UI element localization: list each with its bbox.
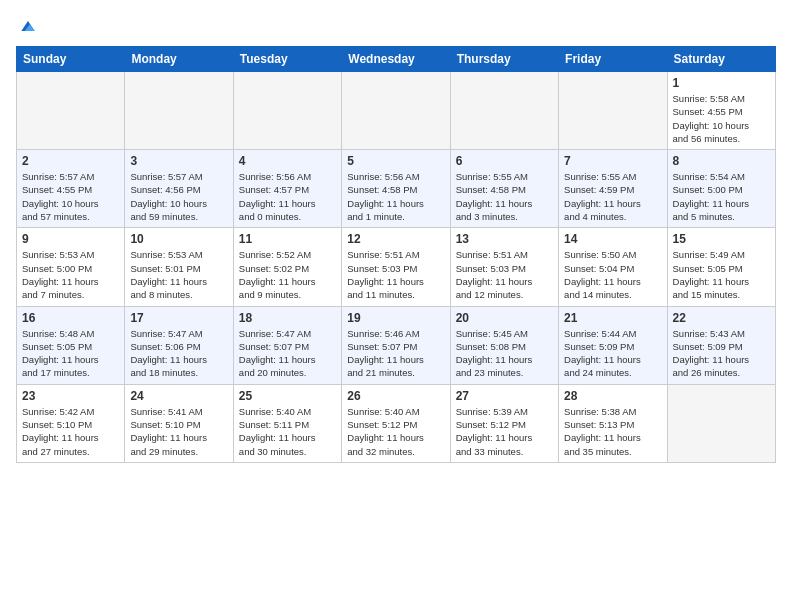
calendar-cell: 13Sunrise: 5:51 AM Sunset: 5:03 PM Dayli… <box>450 228 558 306</box>
calendar-header-friday: Friday <box>559 47 667 72</box>
calendar-cell: 10Sunrise: 5:53 AM Sunset: 5:01 PM Dayli… <box>125 228 233 306</box>
day-number: 8 <box>673 154 770 168</box>
calendar-cell: 11Sunrise: 5:52 AM Sunset: 5:02 PM Dayli… <box>233 228 341 306</box>
day-number: 11 <box>239 232 336 246</box>
day-info: Sunrise: 5:51 AM Sunset: 5:03 PM Dayligh… <box>347 248 444 301</box>
calendar-cell <box>233 72 341 150</box>
day-number: 22 <box>673 311 770 325</box>
page: SundayMondayTuesdayWednesdayThursdayFrid… <box>0 0 792 612</box>
calendar-cell: 23Sunrise: 5:42 AM Sunset: 5:10 PM Dayli… <box>17 384 125 462</box>
day-info: Sunrise: 5:40 AM Sunset: 5:12 PM Dayligh… <box>347 405 444 458</box>
calendar-header-monday: Monday <box>125 47 233 72</box>
calendar-week-4: 16Sunrise: 5:48 AM Sunset: 5:05 PM Dayli… <box>17 306 776 384</box>
day-number: 25 <box>239 389 336 403</box>
logo <box>16 16 38 36</box>
day-info: Sunrise: 5:42 AM Sunset: 5:10 PM Dayligh… <box>22 405 119 458</box>
calendar-cell: 19Sunrise: 5:46 AM Sunset: 5:07 PM Dayli… <box>342 306 450 384</box>
day-number: 6 <box>456 154 553 168</box>
day-info: Sunrise: 5:53 AM Sunset: 5:01 PM Dayligh… <box>130 248 227 301</box>
day-info: Sunrise: 5:50 AM Sunset: 5:04 PM Dayligh… <box>564 248 661 301</box>
calendar-cell: 3Sunrise: 5:57 AM Sunset: 4:56 PM Daylig… <box>125 150 233 228</box>
day-info: Sunrise: 5:38 AM Sunset: 5:13 PM Dayligh… <box>564 405 661 458</box>
calendar-cell: 21Sunrise: 5:44 AM Sunset: 5:09 PM Dayli… <box>559 306 667 384</box>
day-number: 15 <box>673 232 770 246</box>
day-info: Sunrise: 5:56 AM Sunset: 4:57 PM Dayligh… <box>239 170 336 223</box>
calendar-header-thursday: Thursday <box>450 47 558 72</box>
day-info: Sunrise: 5:51 AM Sunset: 5:03 PM Dayligh… <box>456 248 553 301</box>
calendar-cell <box>667 384 775 462</box>
day-number: 20 <box>456 311 553 325</box>
calendar-header-saturday: Saturday <box>667 47 775 72</box>
calendar-cell: 15Sunrise: 5:49 AM Sunset: 5:05 PM Dayli… <box>667 228 775 306</box>
day-info: Sunrise: 5:39 AM Sunset: 5:12 PM Dayligh… <box>456 405 553 458</box>
day-info: Sunrise: 5:46 AM Sunset: 5:07 PM Dayligh… <box>347 327 444 380</box>
day-info: Sunrise: 5:48 AM Sunset: 5:05 PM Dayligh… <box>22 327 119 380</box>
day-number: 4 <box>239 154 336 168</box>
day-number: 7 <box>564 154 661 168</box>
day-number: 3 <box>130 154 227 168</box>
calendar-cell: 28Sunrise: 5:38 AM Sunset: 5:13 PM Dayli… <box>559 384 667 462</box>
day-info: Sunrise: 5:55 AM Sunset: 4:59 PM Dayligh… <box>564 170 661 223</box>
day-number: 18 <box>239 311 336 325</box>
calendar-cell: 5Sunrise: 5:56 AM Sunset: 4:58 PM Daylig… <box>342 150 450 228</box>
day-info: Sunrise: 5:57 AM Sunset: 4:56 PM Dayligh… <box>130 170 227 223</box>
calendar-cell: 4Sunrise: 5:56 AM Sunset: 4:57 PM Daylig… <box>233 150 341 228</box>
calendar-cell: 17Sunrise: 5:47 AM Sunset: 5:06 PM Dayli… <box>125 306 233 384</box>
header <box>16 16 776 36</box>
calendar-cell <box>125 72 233 150</box>
calendar-header-row: SundayMondayTuesdayWednesdayThursdayFrid… <box>17 47 776 72</box>
calendar-week-1: 1Sunrise: 5:58 AM Sunset: 4:55 PM Daylig… <box>17 72 776 150</box>
day-number: 21 <box>564 311 661 325</box>
calendar-cell: 24Sunrise: 5:41 AM Sunset: 5:10 PM Dayli… <box>125 384 233 462</box>
day-number: 17 <box>130 311 227 325</box>
calendar-cell: 16Sunrise: 5:48 AM Sunset: 5:05 PM Dayli… <box>17 306 125 384</box>
calendar-week-2: 2Sunrise: 5:57 AM Sunset: 4:55 PM Daylig… <box>17 150 776 228</box>
calendar-cell: 25Sunrise: 5:40 AM Sunset: 5:11 PM Dayli… <box>233 384 341 462</box>
day-info: Sunrise: 5:52 AM Sunset: 5:02 PM Dayligh… <box>239 248 336 301</box>
calendar-cell <box>559 72 667 150</box>
calendar-cell: 6Sunrise: 5:55 AM Sunset: 4:58 PM Daylig… <box>450 150 558 228</box>
logo-icon <box>18 16 38 36</box>
calendar-cell <box>17 72 125 150</box>
calendar-week-3: 9Sunrise: 5:53 AM Sunset: 5:00 PM Daylig… <box>17 228 776 306</box>
day-info: Sunrise: 5:44 AM Sunset: 5:09 PM Dayligh… <box>564 327 661 380</box>
calendar-cell <box>450 72 558 150</box>
day-info: Sunrise: 5:56 AM Sunset: 4:58 PM Dayligh… <box>347 170 444 223</box>
day-number: 5 <box>347 154 444 168</box>
day-info: Sunrise: 5:49 AM Sunset: 5:05 PM Dayligh… <box>673 248 770 301</box>
day-info: Sunrise: 5:58 AM Sunset: 4:55 PM Dayligh… <box>673 92 770 145</box>
calendar-cell <box>342 72 450 150</box>
calendar-week-5: 23Sunrise: 5:42 AM Sunset: 5:10 PM Dayli… <box>17 384 776 462</box>
day-info: Sunrise: 5:47 AM Sunset: 5:07 PM Dayligh… <box>239 327 336 380</box>
calendar-cell: 2Sunrise: 5:57 AM Sunset: 4:55 PM Daylig… <box>17 150 125 228</box>
day-info: Sunrise: 5:57 AM Sunset: 4:55 PM Dayligh… <box>22 170 119 223</box>
day-info: Sunrise: 5:41 AM Sunset: 5:10 PM Dayligh… <box>130 405 227 458</box>
day-number: 26 <box>347 389 444 403</box>
calendar: SundayMondayTuesdayWednesdayThursdayFrid… <box>16 46 776 463</box>
calendar-cell: 27Sunrise: 5:39 AM Sunset: 5:12 PM Dayli… <box>450 384 558 462</box>
calendar-cell: 20Sunrise: 5:45 AM Sunset: 5:08 PM Dayli… <box>450 306 558 384</box>
day-info: Sunrise: 5:54 AM Sunset: 5:00 PM Dayligh… <box>673 170 770 223</box>
calendar-cell: 14Sunrise: 5:50 AM Sunset: 5:04 PM Dayli… <box>559 228 667 306</box>
day-number: 27 <box>456 389 553 403</box>
day-number: 14 <box>564 232 661 246</box>
calendar-header-sunday: Sunday <box>17 47 125 72</box>
day-info: Sunrise: 5:40 AM Sunset: 5:11 PM Dayligh… <box>239 405 336 458</box>
calendar-cell: 8Sunrise: 5:54 AM Sunset: 5:00 PM Daylig… <box>667 150 775 228</box>
day-number: 9 <box>22 232 119 246</box>
day-number: 24 <box>130 389 227 403</box>
day-number: 16 <box>22 311 119 325</box>
day-number: 19 <box>347 311 444 325</box>
calendar-cell: 1Sunrise: 5:58 AM Sunset: 4:55 PM Daylig… <box>667 72 775 150</box>
calendar-cell: 12Sunrise: 5:51 AM Sunset: 5:03 PM Dayli… <box>342 228 450 306</box>
calendar-header-wednesday: Wednesday <box>342 47 450 72</box>
calendar-cell: 22Sunrise: 5:43 AM Sunset: 5:09 PM Dayli… <box>667 306 775 384</box>
day-number: 23 <box>22 389 119 403</box>
day-info: Sunrise: 5:43 AM Sunset: 5:09 PM Dayligh… <box>673 327 770 380</box>
day-number: 2 <box>22 154 119 168</box>
calendar-cell: 18Sunrise: 5:47 AM Sunset: 5:07 PM Dayli… <box>233 306 341 384</box>
calendar-cell: 9Sunrise: 5:53 AM Sunset: 5:00 PM Daylig… <box>17 228 125 306</box>
day-number: 10 <box>130 232 227 246</box>
day-info: Sunrise: 5:45 AM Sunset: 5:08 PM Dayligh… <box>456 327 553 380</box>
day-number: 13 <box>456 232 553 246</box>
